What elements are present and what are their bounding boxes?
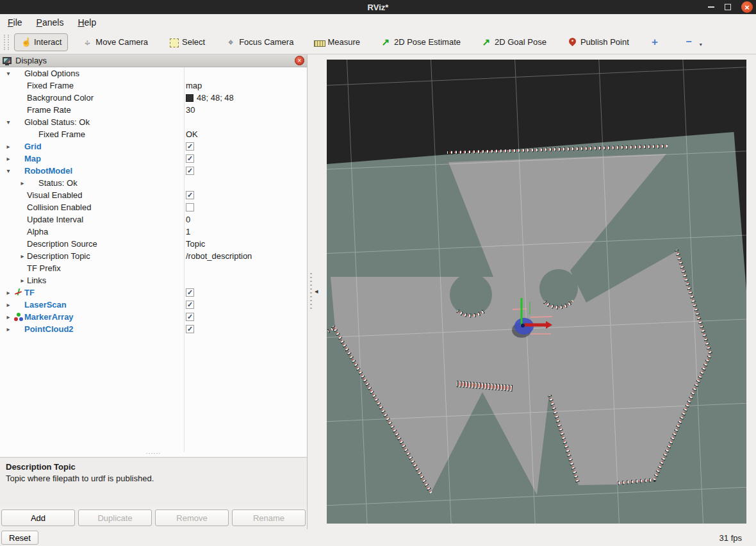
expander-expanded[interactable]: ▾	[4, 167, 13, 174]
display-row-collision-enabled[interactable]: Collision Enabled	[0, 201, 307, 213]
row-value[interactable]: 30	[186, 105, 195, 115]
display-row-status-ok[interactable]: ▸Status: Ok	[0, 177, 307, 189]
checkbox[interactable]	[186, 203, 194, 211]
display-row-fixed-frame[interactable]: Fixed Framemap	[0, 79, 307, 92]
row-value-cell[interactable]: 30	[184, 104, 307, 116]
checkbox[interactable]	[186, 325, 194, 333]
toolbar-button-2d-pose-estimate[interactable]: 2D Pose Estimate	[374, 33, 467, 51]
expander-collapsed[interactable]: ▸	[4, 301, 13, 308]
add-button[interactable]: Add	[1, 509, 75, 526]
row-value-cell[interactable]	[184, 299, 307, 311]
row-value-cell[interactable]: /robot_description	[184, 250, 307, 262]
checkbox[interactable]	[186, 301, 194, 309]
row-value[interactable]: 48; 48; 48	[197, 93, 234, 103]
row-value-cell[interactable]	[184, 67, 307, 79]
toolbar-button-2d-goal-pose[interactable]: 2D Goal Pose	[475, 33, 553, 51]
display-row-background-color[interactable]: Background Color48; 48; 48	[0, 92, 307, 104]
display-row-fixed-frame[interactable]: Fixed FrameOK	[0, 128, 307, 140]
expander-collapsed[interactable]: ▸	[4, 326, 13, 333]
row-value-cell[interactable]: 0	[184, 213, 307, 226]
row-value-cell[interactable]: OK	[184, 128, 307, 140]
row-value-cell[interactable]	[184, 274, 307, 286]
display-row-alpha[interactable]: Alpha1	[0, 226, 307, 238]
checkbox[interactable]	[186, 313, 194, 321]
expander-collapsed[interactable]: ▸	[18, 252, 27, 260]
duplicate-button[interactable]: Duplicate	[78, 509, 152, 526]
display-row-grid[interactable]: ▸Grid	[0, 140, 307, 153]
expander-collapsed[interactable]: ▸	[4, 143, 13, 150]
checkbox[interactable]	[186, 154, 194, 163]
row-value-cell[interactable]	[184, 286, 307, 299]
expander-collapsed[interactable]: ▸	[4, 289, 13, 296]
display-row-update-interval[interactable]: Update Interval0	[0, 213, 307, 226]
toolbar-drag-handle[interactable]	[4, 35, 9, 50]
row-value[interactable]: map	[186, 81, 202, 90]
row-value-cell[interactable]	[184, 153, 307, 165]
toolbar-button-focus-camera[interactable]: Focus Camera	[219, 33, 300, 51]
minimize-icon[interactable]	[708, 6, 714, 8]
row-value-cell[interactable]	[184, 323, 307, 335]
display-row-visual-enabled[interactable]: Visual Enabled	[0, 189, 307, 201]
display-row-tf-prefix[interactable]: TF Prefix	[0, 262, 307, 274]
row-value-cell[interactable]	[184, 140, 307, 153]
toolbar-button-plus[interactable]	[643, 33, 670, 51]
row-value-cell[interactable]	[184, 189, 307, 201]
row-value[interactable]: /robot_description	[186, 251, 252, 261]
panel-splitter[interactable]: ◂	[308, 54, 327, 529]
row-value-cell[interactable]	[184, 177, 307, 189]
display-row-robotmodel[interactable]: ▾RobotModel	[0, 165, 307, 177]
row-value-cell[interactable]	[184, 116, 307, 128]
expander-collapsed[interactable]: ▸	[18, 179, 27, 186]
row-value-cell[interactable]: Topic	[184, 238, 307, 250]
expander-collapsed[interactable]: ▸	[4, 313, 13, 320]
row-value-cell[interactable]	[184, 311, 307, 323]
row-value-cell[interactable]	[184, 262, 307, 274]
expander-expanded[interactable]: ▾	[4, 70, 13, 77]
expander-collapsed[interactable]: ▸	[18, 277, 27, 284]
toolbar-button-move-camera[interactable]: Move Camera	[76, 33, 154, 51]
display-row-description-topic[interactable]: ▸Description Topic/robot_description	[0, 250, 307, 262]
row-value-cell[interactable]: 48; 48; 48	[184, 92, 307, 104]
expander-collapsed[interactable]: ▸	[4, 155, 13, 162]
checkbox[interactable]	[186, 167, 194, 175]
toolbar-button-measure[interactable]: Measure	[308, 33, 366, 51]
toolbar-button-minus[interactable]: ▾	[677, 33, 709, 51]
display-row-tf[interactable]: ▸TF	[0, 286, 307, 299]
row-value-cell[interactable]: map	[184, 79, 307, 92]
collapse-panel-icon[interactable]: ◂	[315, 287, 318, 295]
displays-panel-header[interactable]: Displays ×	[0, 54, 307, 67]
toolbar-button-publish-point[interactable]: Publish Point	[561, 33, 636, 51]
row-value-cell[interactable]	[184, 201, 307, 213]
row-value[interactable]: Topic	[186, 239, 205, 249]
checkbox[interactable]	[186, 191, 194, 199]
splitter-handle[interactable]	[310, 273, 312, 311]
row-value[interactable]: 0	[186, 215, 190, 224]
close-icon[interactable]: ×	[741, 1, 753, 13]
horizontal-splitter[interactable]: ······	[0, 452, 307, 457]
toolbar-button-interact[interactable]: Interact	[14, 33, 68, 51]
row-value-cell[interactable]: 1	[184, 226, 307, 238]
display-row-description-source[interactable]: Description SourceTopic	[0, 238, 307, 250]
display-row-links[interactable]: ▸Links	[0, 274, 307, 286]
menu-item-file[interactable]: File	[8, 17, 22, 28]
toolbar-button-select[interactable]: Select	[162, 33, 211, 51]
expander-expanded[interactable]: ▾	[4, 119, 13, 126]
rename-button[interactable]: Rename	[232, 509, 306, 526]
reset-button[interactable]: Reset	[1, 531, 38, 545]
row-value-cell[interactable]	[184, 165, 307, 177]
display-row-markerarray[interactable]: ▸MarkerArray	[0, 311, 307, 323]
row-value[interactable]: 1	[186, 227, 190, 236]
remove-button[interactable]: Remove	[155, 509, 229, 526]
checkbox[interactable]	[186, 288, 194, 297]
display-row-frame-rate[interactable]: Frame Rate30	[0, 104, 307, 116]
checkbox[interactable]	[186, 142, 194, 151]
display-row-map[interactable]: ▸Map	[0, 153, 307, 165]
menu-item-panels[interactable]: Panels	[37, 17, 64, 28]
display-row-pointcloud2[interactable]: ▸PointCloud2	[0, 323, 307, 335]
display-row-laserscan[interactable]: ▸LaserScan	[0, 299, 307, 311]
panel-close-icon[interactable]: ×	[295, 56, 304, 65]
maximize-icon[interactable]	[725, 4, 731, 10]
3d-viewport[interactable]	[327, 60, 746, 524]
menu-item-help[interactable]: Help	[78, 17, 96, 28]
display-row-global-status-ok[interactable]: ▾Global Status: Ok	[0, 116, 307, 128]
